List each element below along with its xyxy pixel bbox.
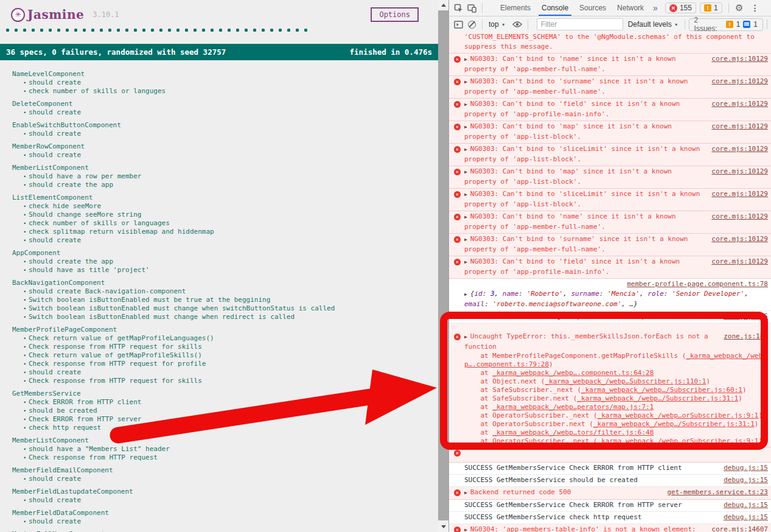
spec-dot[interactable]: [57, 29, 60, 32]
inspect-element-button[interactable]: [452, 1, 465, 15]
spec-item[interactable]: •Should change seeMore string: [12, 211, 438, 219]
options-button[interactable]: Options: [371, 7, 419, 22]
source-link[interactable]: debug.js:15: [724, 463, 768, 473]
spec-dot[interactable]: [108, 29, 111, 32]
stack-link[interactable]: _karma_webpack_/webp…orSubscriber.js:9:1: [598, 411, 759, 419]
expand-caret-icon[interactable]: ▶: [464, 192, 467, 197]
spec-dot[interactable]: [134, 29, 137, 32]
suite-title[interactable]: GetMembersService: [12, 390, 438, 398]
expand-caret-icon[interactable]: ▶: [464, 79, 467, 85]
suite-title[interactable]: MemberRowComponent: [12, 142, 438, 151]
expand-caret-icon[interactable]: ▶: [464, 334, 467, 340]
spec-dot[interactable]: [23, 29, 26, 32]
source-link[interactable]: get-members.service.ts:23: [667, 488, 768, 497]
spec-dot[interactable]: [228, 29, 231, 32]
spec-dot[interactable]: [176, 29, 180, 32]
spec-item[interactable]: •Check response from HTTP request: [12, 453, 438, 462]
suite-title[interactable]: DeleteComponent: [12, 100, 438, 108]
suite-title[interactable]: MemberProfilePageComponent: [12, 326, 438, 334]
spec-dot[interactable]: [296, 29, 299, 32]
spec-item[interactable]: •check splitmap return visiblemap and hi…: [12, 228, 438, 236]
source-link[interactable]: core.mjs:10129: [711, 54, 768, 64]
device-toolbar-button[interactable]: [465, 1, 478, 15]
scroll-down-button[interactable]: [438, 522, 448, 532]
spec-item[interactable]: •should have a "Members List" header: [12, 445, 438, 453]
more-tabs-button[interactable]: »: [649, 3, 661, 13]
spec-item[interactable]: •check number of skills or languges: [12, 87, 438, 96]
context-selector[interactable]: top▼: [489, 20, 506, 29]
spec-dot[interactable]: [49, 29, 52, 32]
source-link[interactable]: core.mjs:10129: [711, 234, 768, 244]
source-link[interactable]: zone.js:182: [724, 332, 768, 341]
spec-item[interactable]: •Switch boolean isButtonEnabled must cha…: [12, 313, 438, 321]
source-link[interactable]: core.mjs:10129: [711, 122, 768, 131]
source-link[interactable]: debug.js:15: [724, 312, 768, 321]
spec-dot[interactable]: [287, 29, 290, 32]
spec-dot[interactable]: [168, 29, 171, 32]
spec-dot[interactable]: [83, 29, 86, 32]
spec-dot[interactable]: [304, 29, 307, 32]
expand-caret-icon[interactable]: ▶: [464, 490, 467, 495]
source-link[interactable]: debug.js:15: [724, 513, 768, 522]
spec-item[interactable]: •should create: [12, 517, 438, 526]
spec-dot[interactable]: [142, 29, 145, 32]
expand-caret-icon[interactable]: ▶: [464, 57, 467, 62]
spec-dot[interactable]: [32, 29, 35, 32]
source-link[interactable]: core.mjs:10129: [711, 189, 768, 199]
suite-title[interactable]: MemberListComponent: [12, 164, 438, 172]
suite-title[interactable]: MemberFieldEmailComponent: [12, 466, 438, 475]
spec-item[interactable]: •should create the app: [12, 181, 438, 189]
source-link[interactable]: debug.js:15: [724, 500, 768, 510]
source-link[interactable]: debug.js:15: [724, 475, 768, 485]
source-link[interactable]: core.mjs:14607: [711, 525, 768, 532]
spec-dot[interactable]: [15, 29, 18, 32]
expand-caret-icon[interactable]: ▶: [464, 527, 467, 532]
expand-caret-icon[interactable]: ▶: [464, 292, 467, 297]
spec-item[interactable]: •check hide seeMore: [12, 202, 438, 211]
live-expression-button[interactable]: [511, 18, 524, 31]
suite-title[interactable]: MemberListComponent: [12, 436, 438, 445]
spec-dot[interactable]: [219, 29, 222, 32]
stack-link[interactable]: _karma_webpack_/webp…Subscriber.js:110:1: [545, 377, 706, 385]
spec-dot[interactable]: [74, 29, 77, 32]
expand-caret-icon[interactable]: ▶: [464, 124, 467, 130]
spec-item[interactable]: •should create: [12, 108, 438, 117]
scrollbar-thumb[interactable]: [438, 10, 448, 520]
suite-title[interactable]: AppComponent: [12, 249, 438, 257]
tab-network[interactable]: Network: [612, 0, 649, 16]
spec-item[interactable]: •Switch boolean isButtonEnabled must be …: [12, 296, 438, 304]
stack-link[interactable]: _karma_webpack_/webp…tors/filter.js:6:48: [492, 429, 654, 436]
expand-caret-icon[interactable]: ▶: [464, 102, 467, 107]
spec-item[interactable]: •should create: [12, 236, 438, 245]
spec-item[interactable]: •should create: [12, 130, 438, 138]
spec-item[interactable]: •should create: [12, 475, 438, 483]
spec-dot[interactable]: [91, 29, 94, 32]
spec-dot[interactable]: [185, 29, 188, 32]
error-count-badge[interactable]: ✕ 155: [665, 2, 696, 13]
spec-item[interactable]: •check number of skills or languages: [12, 219, 438, 228]
clear-console-button[interactable]: [465, 18, 478, 31]
suite-title[interactable]: NameLevelComponent: [12, 70, 438, 79]
spec-item[interactable]: •Check return value of getMapProfileLang…: [12, 334, 438, 343]
suite-title[interactable]: ListElementComponent: [12, 194, 438, 202]
source-link[interactable]: core.mjs:10129: [711, 77, 768, 86]
spec-dot[interactable]: [270, 29, 273, 32]
spec-item[interactable]: •should have as title 'project': [12, 266, 438, 275]
spec-item[interactable]: •should create: [12, 151, 438, 159]
kebab-menu-icon[interactable]: ⋮: [746, 3, 764, 13]
spec-dot[interactable]: [100, 29, 103, 32]
spec-dot[interactable]: [6, 29, 9, 32]
spec-dot[interactable]: [279, 29, 282, 32]
source-link[interactable]: core.mjs:10129: [711, 257, 768, 267]
spec-item[interactable]: •Check response from HTTP request for pr…: [12, 360, 438, 368]
spec-dot[interactable]: [194, 29, 197, 32]
spec-item[interactable]: •should create: [12, 496, 438, 505]
warning-count-badge[interactable]: ! 1: [700, 2, 722, 13]
spec-dot[interactable]: [40, 29, 43, 32]
spec-dot[interactable]: [245, 29, 248, 32]
spec-dot[interactable]: [125, 29, 128, 32]
spec-item[interactable]: •should create: [12, 79, 438, 87]
stack-link[interactable]: _karma_webpack_/webp…/Subscriber.js:31:1: [593, 420, 755, 428]
spec-item[interactable]: •should create the app: [12, 257, 438, 266]
stack-link[interactable]: _karma_webpack_/web: [686, 352, 762, 360]
